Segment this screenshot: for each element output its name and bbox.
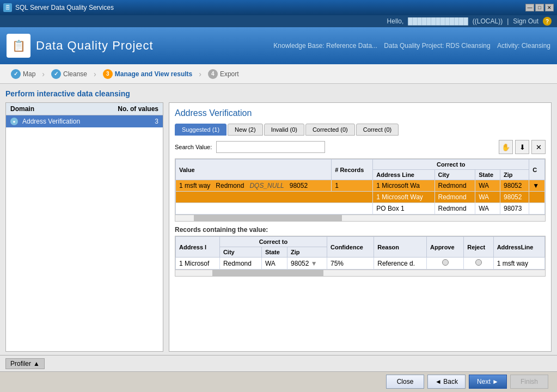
app-icon: 🗄 <box>3 3 12 12</box>
cell-address-line: 1 Microsoft Wa <box>373 180 434 192</box>
restore-button[interactable]: □ <box>535 4 544 11</box>
rth-city: City <box>219 247 261 258</box>
page-header: Perform interactive data cleansing <box>0 84 557 102</box>
th-extra: C <box>529 160 545 180</box>
rth-correct-to: Correct to <box>219 237 327 247</box>
step-manage-label: Manage and View results <box>115 70 193 78</box>
suggestion2-city: Redmond <box>434 203 475 215</box>
suggestion-city: Redmond <box>434 192 475 203</box>
arrow-2: › <box>94 70 96 78</box>
table-row[interactable]: 1 msft way Redmond DQS_NULL 98052 1 1 Mi… <box>176 180 545 192</box>
rth-approve: Approve <box>426 237 463 258</box>
records-h-scrollbar[interactable] <box>175 270 546 277</box>
rth-state: State <box>261 247 287 258</box>
rth-address-l: Address l <box>176 237 220 258</box>
tab-suggested[interactable]: Suggested (1) <box>175 124 227 136</box>
cell-zip: 98052 <box>500 180 529 192</box>
minimize-button[interactable]: — <box>525 4 534 11</box>
rth-zip: Zip <box>287 247 327 258</box>
step-map-num: ✓ <box>11 69 21 79</box>
suggestion-address: 1 Microsoft Way <box>373 192 434 203</box>
reject-icon-button[interactable]: ✕ <box>531 140 546 154</box>
step-export-label: Export <box>220 70 239 78</box>
domain-icon: ● <box>10 118 18 125</box>
app-logo: 📋 Data Quality Project <box>7 34 154 58</box>
hello-text: Hello, <box>387 17 404 25</box>
suggestion2-address: PO Box 1 <box>373 203 434 215</box>
approve-icon-button[interactable]: ✋ <box>499 140 513 154</box>
steps-bar: ✓ Map › ✓ Cleanse › 3 Manage and View re… <box>0 64 557 84</box>
rec-address-l: 1 Microsof <box>176 258 220 270</box>
footer: Close ◄ Back Next ► Finish <box>0 371 557 391</box>
rec-approve[interactable] <box>426 258 463 270</box>
th-correct-to: Correct to <box>373 160 529 170</box>
search-input[interactable] <box>216 141 325 153</box>
breadcrumb-bar: Knowledge Base: Reference Data... Data Q… <box>273 42 550 50</box>
next-button[interactable]: Next ► <box>469 375 507 389</box>
separator: | <box>507 17 509 25</box>
rec-reject[interactable] <box>464 258 493 270</box>
cell-value: 1 msft way Redmond DQS_NULL 98052 <box>176 180 332 192</box>
tab-corrected[interactable]: Corrected (0) <box>305 124 355 136</box>
left-panel-header: Domain No. of values <box>6 103 163 115</box>
tab-correct[interactable]: Correct (0) <box>356 124 399 136</box>
top-bar: 📋 Data Quality Project Knowledge Base: R… <box>0 27 557 64</box>
page-title: Perform interactive data cleansing <box>5 86 552 102</box>
suggestion-extra <box>529 192 545 203</box>
close-button[interactable]: Close <box>386 375 424 389</box>
domain-row[interactable]: ● Address Verification 3 <box>6 115 163 127</box>
th-city: City <box>434 170 475 180</box>
title-bar: 🗄 SQL Server Data Quality Services — □ ✕ <box>0 0 557 15</box>
app-title: Data Quality Project <box>36 39 154 53</box>
rec-confidence: 75% <box>327 258 374 270</box>
search-label: Search Value: <box>175 144 212 150</box>
h-scrollbar[interactable] <box>175 215 546 222</box>
cell-city: Redmond <box>434 180 475 192</box>
window-controls[interactable]: — □ ✕ <box>525 4 554 11</box>
server-text: ((LOCAL)) <box>473 17 503 25</box>
records-table-container: Address l Correct to Confidence Reason A… <box>175 236 546 270</box>
domain-count: 3 <box>155 118 158 125</box>
domain-header: Domain <box>10 105 34 113</box>
back-button[interactable]: ◄ Back <box>427 375 466 389</box>
tabs: Suggested (1) New (2) Invalid (0) Correc… <box>175 124 546 136</box>
step-manage[interactable]: 3 Manage and View results <box>97 67 198 81</box>
rec-zip: 98052 ▼ <box>287 258 327 270</box>
main-table: Value # Records Correct to C Address Lin… <box>175 159 545 215</box>
close-window-button[interactable]: ✕ <box>545 4 554 11</box>
step-map[interactable]: ✓ Map <box>5 67 41 81</box>
finish-button[interactable]: Finish <box>510 375 548 389</box>
suggestion2-state: WA <box>475 203 500 215</box>
search-row: Search Value: ✋ ⬇ ✕ <box>175 140 546 154</box>
th-records: # Records <box>332 160 373 180</box>
suggestion-zip: 98052 <box>500 192 529 203</box>
arrow-1: › <box>42 70 45 78</box>
suggestion-row-2[interactable]: PO Box 1 Redmond WA 98073 <box>176 203 545 215</box>
suggestion-row-1[interactable]: 1 Microsoft Way Redmond WA 98052 <box>176 192 545 203</box>
cell-records: 1 <box>332 180 373 192</box>
tab-new[interactable]: New (2) <box>228 124 263 136</box>
cell-dropdown[interactable]: ▼ <box>529 180 545 192</box>
arrow-3: › <box>199 70 201 78</box>
domain-name: Address Verification <box>22 118 150 125</box>
export-icon-button[interactable]: ⬇ <box>515 140 529 154</box>
records-title: Records containing the value: <box>175 226 546 234</box>
panel-title: Address Verification <box>175 108 546 118</box>
suggestion-spacer <box>176 192 373 203</box>
tab-invalid[interactable]: Invalid (0) <box>264 124 304 136</box>
th-state: State <box>475 170 500 180</box>
step-map-label: Map <box>23 70 35 78</box>
logo-icon: 📋 <box>7 34 30 58</box>
help-icon[interactable]: ? <box>543 17 552 26</box>
kb-breadcrumb: Knowledge Base: Reference Data... <box>273 42 377 50</box>
null-value: DQS_NULL <box>249 182 284 189</box>
window-title: SQL Server Data Quality Services <box>15 4 114 11</box>
sign-out-link[interactable]: Sign Out <box>513 17 538 25</box>
th-address-line: Address Line <box>373 170 434 180</box>
rec-addressline: 1 msft way <box>493 258 544 270</box>
profiler-button[interactable]: Profiler ▲ <box>5 358 45 369</box>
step-export[interactable]: 4 Export <box>203 67 244 81</box>
step-cleanse[interactable]: ✓ Cleanse <box>46 67 93 81</box>
rec-city: Redmond <box>219 258 261 270</box>
th-value: Value <box>176 160 332 180</box>
